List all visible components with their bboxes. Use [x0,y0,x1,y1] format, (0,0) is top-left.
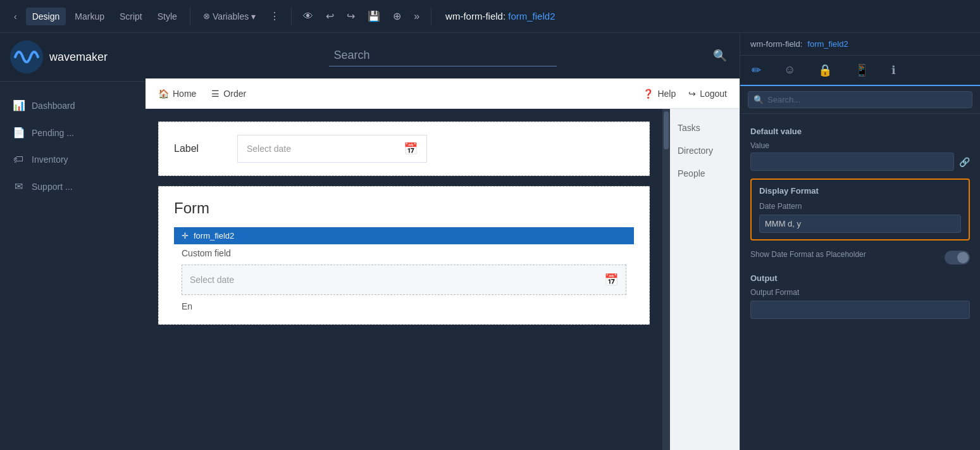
panel-search-icon: 🔍 [754,95,764,104]
tab-events[interactable]: ☺ [772,56,807,86]
nav-help[interactable]: ❓ Help [643,89,676,99]
field-custom-label: Custom field [174,244,634,265]
tab-info[interactable]: ℹ [880,56,907,86]
scroll-thumb [664,111,669,149]
variables-label: Variables [213,11,249,22]
canvas-date-input[interactable]: Select date 📅 [237,135,427,163]
nav-bar: 🏠 Home ☰ Order ❓ Help ↪ Logout [146,78,740,109]
value-input[interactable] [750,153,954,171]
rp-header: wm-form-field: form_field2 [740,33,980,56]
design-tab[interactable]: Design [26,8,66,25]
rp-title-row: wm-form-field: form_field2 [750,39,970,49]
title-field: form_field2 [508,11,555,22]
nav-order-label: Order [223,89,246,99]
field-selected-row[interactable]: ✛ form_field2 [174,227,634,244]
right-panel: wm-form-field: form_field2 ✏ ☺ 🔒 📱 ℹ 🔍 [740,33,980,450]
dashboard-icon: 📊 [13,99,24,111]
divider-2 [291,8,292,25]
tab-edit[interactable]: ✏ [740,56,772,86]
redo-button[interactable]: ↪ [342,6,360,26]
date-pattern-input[interactable] [759,215,961,233]
rp-title-field: form_field2 [807,39,848,49]
style-tab[interactable]: Style [151,8,183,25]
sidebar-item-inventory[interactable]: 🏷 Inventory [0,146,146,173]
back-button[interactable]: ‹ [8,8,23,25]
output-section-title: Output [750,273,970,283]
canvas-label-text: Label [174,143,225,154]
rp-search-container: 🔍 [748,91,972,108]
component-title: wm-form-field: form_field2 [445,11,555,22]
field-date-row[interactable]: Select date 📅 [182,265,626,295]
markup-tab[interactable]: Markup [68,8,111,25]
variables-icon: ⊗ [203,11,210,21]
nav-logout-label: Logout [700,89,727,99]
scroll-track[interactable] [662,109,670,450]
nav-help-label: Help [657,89,676,99]
value-field-label: Value [750,141,970,150]
main-layout: wavemaker 📊 Dashboard 📄 Pending ... 🏷 In… [0,33,980,450]
menu-item-people[interactable]: People [670,162,740,185]
search-bar: 🔍 [158,45,727,66]
center-content: 🔍 🏠 Home ☰ Order ❓ Help [146,33,740,450]
sidebar-nav: 📊 Dashboard 📄 Pending ... 🏷 Inventory ✉ … [0,82,146,450]
rp-tabs: ✏ ☺ 🔒 📱 ℹ [740,56,980,86]
variables-button[interactable]: ⊗ Variables ▾ [197,8,262,25]
field-date-placeholder: Select date [190,275,234,285]
nav-home-label: Home [173,89,196,99]
sidebar-item-dashboard[interactable]: 📊 Dashboard [0,92,146,119]
display-format-section: Display Format Date Pattern [750,178,970,241]
menu-item-directory[interactable]: Directory [670,139,740,162]
wavemaker-logo [10,41,43,73]
field-move-icon: ✛ [182,231,189,241]
nav-right: ❓ Help ↪ Logout [643,89,727,99]
home-icon: 🏠 [158,89,169,99]
undo-button[interactable]: ↩ [321,6,339,26]
more-button[interactable]: ⋮ [264,6,285,26]
zoom-in-button[interactable]: ⊕ [388,6,406,26]
date-pattern-label: Date Pattern [759,202,961,211]
sidebar-item-label-pending: Pending ... [32,128,74,138]
app-header: 🔍 [146,33,740,78]
pending-icon: 📄 [13,127,24,139]
center-right: 🔍 🏠 Home ☰ Order ❓ Help [146,33,980,450]
nav-logout[interactable]: ↪ Logout [688,89,727,99]
script-tab[interactable]: Script [113,8,149,25]
canvas-form-section: Form ✛ form_field2 Custom field Select d… [158,186,650,325]
preview-button[interactable]: 👁 [298,7,318,26]
floating-right-menu: Tasks Directory People [670,109,740,450]
more2-button[interactable]: » [409,7,425,26]
divider-1 [190,8,190,25]
show-date-format-label: Show Date Format as Placeholder [750,249,940,260]
main-with-scroll: Label Select date 📅 Form ✛ form_field2 [146,109,740,450]
canvas-label-row: Label Select date 📅 [158,122,650,176]
sidebar-item-label-dashboard: Dashboard [32,101,75,111]
calendar-icon-top: 📅 [404,142,418,156]
support-icon: ✉ [13,180,24,192]
nav-home[interactable]: 🏠 Home [158,89,196,99]
left-sidebar: wavemaker 📊 Dashboard 📄 Pending ... 🏷 In… [0,33,146,450]
panel-search-input[interactable] [767,95,967,104]
sidebar-item-support[interactable]: ✉ Support ... [0,173,146,200]
calendar-icon-field: 📅 [604,273,618,287]
tab-device[interactable]: 📱 [843,56,880,86]
logo-text: wavemaker [49,51,108,64]
sidebar-item-label-support: Support ... [32,182,73,192]
logo-area: wavemaker [0,33,146,82]
display-format-title: Display Format [759,186,961,196]
search-input[interactable] [329,45,557,66]
order-icon: ☰ [211,89,220,99]
output-format-input[interactable] [750,301,970,319]
rp-search-row: 🔍 [740,86,980,114]
divider-3 [431,8,431,25]
nav-order[interactable]: ☰ Order [211,89,246,99]
tab-security[interactable]: 🔒 [807,56,843,86]
field-en-row: En [174,295,634,311]
search-icon: 🔍 [713,49,727,63]
link-icon[interactable]: 🔗 [959,157,970,167]
help-icon: ❓ [643,89,654,99]
menu-item-tasks[interactable]: Tasks [670,116,740,139]
sidebar-item-pending[interactable]: 📄 Pending ... [0,119,146,146]
rp-content: Default value Value 🔗 Display Format Dat… [740,114,980,450]
show-date-format-toggle[interactable] [945,251,970,265]
save-button[interactable]: 💾 [363,6,385,26]
